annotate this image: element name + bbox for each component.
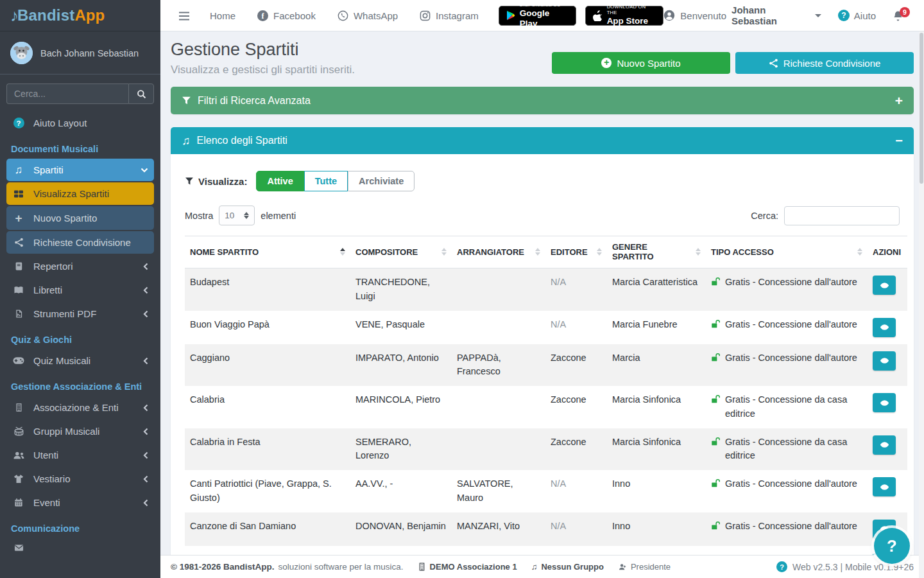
view-score-button[interactable] xyxy=(873,435,896,455)
column-header-nome-spartito[interactable]: NOME SPARTITO xyxy=(185,236,350,268)
main-content: Gestione Spartiti Visualizza e gestisci … xyxy=(160,31,924,555)
sidebar-item-quiz-musicali[interactable]: Quiz Musicali xyxy=(6,349,154,372)
view-button-archiviate[interactable]: Archiviate xyxy=(348,171,415,191)
sidebar-item-label: Gruppi Musicali xyxy=(33,426,99,437)
sidebar-item-strumenti-pdf[interactable]: Strumenti PDF xyxy=(6,302,154,325)
sidebar-item-libretti[interactable]: Libretti xyxy=(6,279,154,301)
question-circle-icon: ? xyxy=(838,10,850,21)
sidebar-item-spartiti[interactable]: ♫Spartiti xyxy=(6,159,154,181)
advanced-filters-panel[interactable]: Filtri di Ricerca Avanzata + xyxy=(171,87,914,114)
column-header-editore[interactable]: EDITORE xyxy=(545,236,607,268)
table-search-input[interactable] xyxy=(784,206,900,225)
calendar-icon xyxy=(12,498,25,507)
expand-filters-button[interactable]: + xyxy=(895,93,903,109)
hamburger-menu-icon[interactable] xyxy=(169,8,199,23)
stepper-icon xyxy=(244,212,249,219)
chevron-left-icon xyxy=(143,499,148,507)
column-header-arrangiatore[interactable]: ARRANGIATORE xyxy=(452,236,545,268)
topnav-link-home[interactable]: Home xyxy=(199,10,246,21)
sort-icon[interactable] xyxy=(597,248,602,256)
help-link[interactable]: ? Aiuto xyxy=(838,10,876,21)
sidebar-item-label: Repertori xyxy=(33,261,73,272)
sidebar-item-associazione-enti[interactable]: Associazione & Enti xyxy=(6,396,154,419)
topnav-link-instagram[interactable]: Instagram xyxy=(409,10,490,21)
eye-icon xyxy=(879,440,890,450)
apple-icon xyxy=(593,10,603,21)
share-requests-button[interactable]: Richieste Condivisione xyxy=(735,52,914,74)
topnav-link-facebook[interactable]: fFacebook xyxy=(246,10,327,22)
cell-nome: Budapest xyxy=(185,268,350,311)
elementi-label: elementi xyxy=(261,211,296,221)
avatar xyxy=(10,42,33,64)
tshirt-icon xyxy=(12,474,25,484)
page-size-select[interactable]: 10 xyxy=(219,206,255,225)
sidebar-item-eventi[interactable]: Eventi xyxy=(6,491,154,514)
building-icon xyxy=(418,563,426,571)
app-store-badge[interactable]: Download on theApp Store xyxy=(585,6,664,26)
share-requests-label: Richieste Condivisione xyxy=(783,58,881,69)
column-header-genere-spartito[interactable]: GENERE SPARTITO xyxy=(607,236,706,268)
sidebar-item-utenti[interactable]: Utenti xyxy=(6,444,154,466)
cell-genere: Marcia Sinfonica xyxy=(607,386,706,428)
help-fab[interactable]: ? xyxy=(874,528,910,564)
sidebar-item-repertori[interactable]: Repertori xyxy=(6,255,154,277)
sidebar-item-label: Spartiti xyxy=(33,164,64,175)
sidebar-item-label: Nuovo Spartito xyxy=(33,213,97,223)
view-button-attive[interactable]: Attive xyxy=(256,171,304,191)
sidebar-item-gruppi-musicali[interactable]: Gruppi Musicali xyxy=(6,420,154,442)
sort-icon[interactable] xyxy=(340,248,345,256)
sidebar-item-vestiario[interactable]: Vestiario xyxy=(6,468,154,490)
footer-tagline: soluzioni software per la musica. xyxy=(278,562,404,572)
table-icon xyxy=(12,189,25,199)
footer-role: Presidente xyxy=(618,562,671,572)
view-score-button[interactable] xyxy=(873,276,896,295)
topnav-link-label: Facebook xyxy=(273,10,316,21)
user-menu[interactable]: Benvenuto Johann Sebastian xyxy=(663,4,821,26)
collapse-list-button[interactable]: − xyxy=(895,134,903,148)
sidebar-item-nuovo-spartito[interactable]: +Nuovo Spartito xyxy=(6,206,154,230)
view-score-button[interactable] xyxy=(873,351,896,371)
footer-copyright: © 1981-2026 BandistApp. xyxy=(171,562,275,572)
sort-icon[interactable] xyxy=(441,248,447,256)
topnav-link-whatsapp[interactable]: WhatsApp xyxy=(327,10,409,21)
sidebar-item-label: Richieste Condivisione xyxy=(33,237,131,248)
view-button-tutte[interactable]: Tutte xyxy=(304,171,348,191)
scrollbar-thumb[interactable] xyxy=(920,33,923,184)
sidebar-item-richieste-condivisione[interactable]: Richieste Condivisione xyxy=(6,231,154,254)
scrollbar-track[interactable] xyxy=(919,31,924,578)
sidebar-item-item[interactable] xyxy=(6,538,154,557)
notifications-button[interactable]: 9 xyxy=(893,10,907,21)
cell-editore: Zaccone xyxy=(545,428,607,471)
sidebar-search xyxy=(6,83,154,104)
new-score-button[interactable]: + Nuovo Spartito xyxy=(552,52,730,74)
search-input[interactable] xyxy=(6,83,128,104)
access-label: Gratis - Concessione dall'autore xyxy=(725,318,857,332)
table-row: CalabriaMARINCOLA, PietroZacconeMarcia S… xyxy=(185,386,907,428)
sidebar-item-label: Associazione & Enti xyxy=(33,402,119,413)
sort-icon[interactable] xyxy=(535,248,540,256)
user-panel[interactable]: Bach Johann Sebastian xyxy=(0,31,160,74)
cell-compositore: VENE, Pasquale xyxy=(350,311,452,344)
view-score-button[interactable] xyxy=(873,477,896,496)
chevron-left-icon xyxy=(143,451,148,459)
column-header-compositore[interactable]: COMPOSITORE xyxy=(350,236,452,268)
app-logo[interactable]: ♪BandistApp xyxy=(0,0,160,31)
sort-icon[interactable] xyxy=(857,248,862,256)
cell-genere: Marcia Funebre xyxy=(607,311,706,344)
sidebar-item-aiuto-layout[interactable]: ?Aiuto Layout xyxy=(6,112,154,134)
table-row: CapricciosaINGO, LuigiZacconeMarcia Cara… xyxy=(185,546,907,556)
google-play-badge[interactable]: Disponibile suGoogle Play xyxy=(499,6,576,26)
view-score-button[interactable] xyxy=(873,318,896,337)
sidebar-section-quiz-giochi: Quiz & Giochi xyxy=(6,326,154,349)
person-icon xyxy=(618,563,627,571)
topnav: HomefFacebookWhatsAppInstagram Disponibi… xyxy=(160,0,924,31)
sidebar-item-visualizza-spartiti[interactable]: Visualizza Spartiti xyxy=(6,182,154,205)
question-circle-icon: ? xyxy=(12,118,25,128)
column-label: EDITORE xyxy=(551,247,588,257)
sort-icon[interactable] xyxy=(696,248,701,256)
column-header-tipo-accesso[interactable]: TIPO ACCESSO xyxy=(706,236,868,268)
view-score-button[interactable] xyxy=(873,393,896,412)
search-button[interactable] xyxy=(128,83,154,104)
cell-arrangiatore xyxy=(452,268,545,311)
cell-editore: N/A xyxy=(545,470,607,512)
